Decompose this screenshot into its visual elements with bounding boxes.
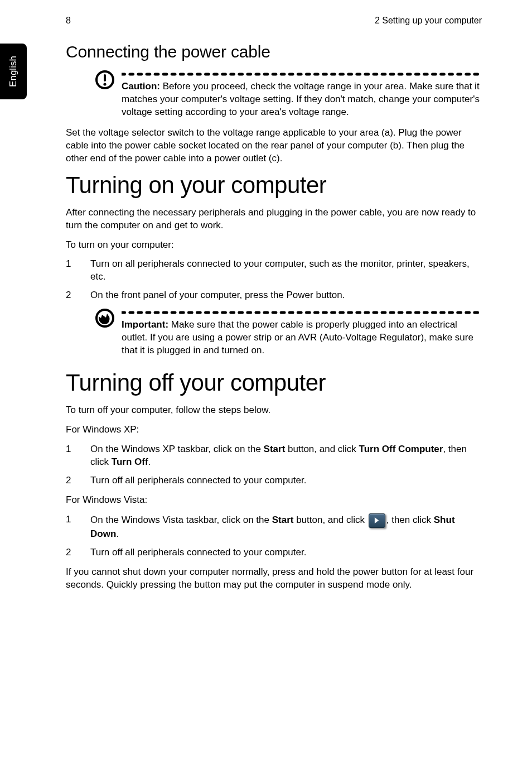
dotted-separator: [122, 307, 482, 318]
text-frag: On the Windows Vista taskbar, click on t…: [90, 515, 272, 525]
caution-callout: Caution: Before you proceed, check the v…: [94, 69, 482, 119]
vista-steps: On the Windows Vista taskbar, click on t…: [66, 513, 482, 559]
turning-off-outro: If you cannot shut down your computer no…: [66, 566, 482, 592]
list-item: Turn off all peripherals connected to yo…: [66, 474, 482, 487]
text-frag: On the Windows XP taskbar, click on the: [90, 444, 264, 454]
important-text: Important: Make sure that the power cabl…: [122, 318, 482, 357]
heading-turning-off: Turning off your computer: [66, 369, 482, 396]
svg-point-2: [103, 83, 106, 85]
vista-power-button-icon: [369, 513, 385, 528]
page-header: 8 2 Setting up your computer: [66, 16, 482, 26]
connect-body: Set the voltage selector switch to the v…: [66, 127, 482, 165]
turning-off-intro: To turn off your computer, follow the st…: [66, 404, 482, 417]
svg-marker-6: [375, 517, 379, 523]
text-frag: button, and click: [285, 444, 359, 454]
important-icon: [94, 307, 116, 332]
text-frag: Start: [264, 444, 286, 454]
caution-text: Caution: Before you proceed, check the v…: [122, 79, 482, 119]
xp-label: For Windows XP:: [66, 424, 482, 436]
chapter-title: 2 Setting up your computer: [375, 16, 482, 26]
page-number: 8: [66, 16, 71, 26]
important-body: Make sure that the power cable is proper…: [122, 319, 473, 355]
turning-on-intro: After connecting the necessary periphera…: [66, 206, 482, 232]
text-frag: , then click: [386, 515, 434, 525]
caution-icon: [94, 69, 116, 94]
heading-turning-on: Turning on your computer: [66, 172, 482, 199]
text-frag: Start: [272, 515, 294, 525]
language-label: English: [8, 56, 19, 87]
vista-label: For Windows Vista:: [66, 494, 482, 507]
list-item: Turn off all peripherals connected to yo…: [66, 546, 482, 559]
text-frag: Turn Off Computer: [359, 444, 443, 454]
list-item: Turn on all peripherals connected to you…: [66, 258, 482, 284]
important-callout: Important: Make sure that the power cabl…: [94, 307, 482, 357]
turning-on-steps: Turn on all peripherals connected to you…: [66, 258, 482, 302]
list-item: On the front panel of your computer, pre…: [66, 289, 482, 302]
list-item: On the Windows Vista taskbar, click on t…: [66, 513, 482, 541]
caution-label: Caution:: [122, 81, 160, 92]
xp-steps: On the Windows XP taskbar, click on the …: [66, 443, 482, 487]
text-frag: Turn Off: [112, 457, 148, 467]
list-item: On the Windows XP taskbar, click on the …: [66, 443, 482, 469]
svg-rect-1: [104, 74, 106, 81]
text-frag: .: [116, 528, 119, 539]
caution-body: Before you proceed, check the voltage ra…: [122, 81, 480, 117]
page-content: 8 2 Setting up your computer Connecting …: [0, 0, 532, 620]
important-label: Important:: [122, 319, 168, 330]
language-tab: English: [0, 44, 27, 99]
dotted-separator: [122, 69, 482, 79]
text-frag: button, and click: [293, 515, 367, 525]
heading-connecting-power: Connecting the power cable: [66, 42, 482, 61]
text-frag: .: [148, 457, 151, 467]
turning-on-sub: To turn on your computer:: [66, 239, 482, 252]
